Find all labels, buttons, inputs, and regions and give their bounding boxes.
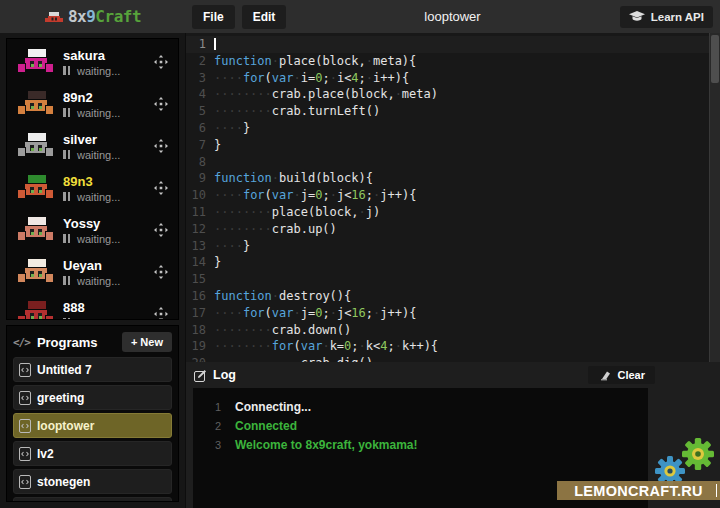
- program-item[interactable]: looptower: [13, 413, 172, 438]
- crab-status-text: waiting...: [77, 65, 120, 77]
- log-line-text: Welcome to 8x9craft, yokmama!: [235, 438, 418, 452]
- crab-row[interactable]: Yossy waiting...: [7, 209, 178, 251]
- menu-bar: File Edit looptower Learn API: [185, 0, 720, 33]
- crab-avatar: [17, 131, 55, 161]
- code-line[interactable]: 5········crab.turnLeft(): [186, 103, 720, 120]
- code-line[interactable]: 19········for(var·k=0;·k<4;·k++){: [186, 338, 720, 355]
- code-line[interactable]: 4········crab.place(block,·meta): [186, 86, 720, 103]
- crab-info: silver waiting...: [63, 132, 154, 161]
- code-line[interactable]: 8: [186, 154, 720, 171]
- program-item[interactable]: Untitled 7: [13, 357, 172, 382]
- programs-title: Programs: [37, 335, 122, 350]
- program-item[interactable]: greeting: [13, 385, 172, 410]
- log-pencil-icon: [194, 369, 207, 382]
- editor-scrollbar[interactable]: [709, 33, 720, 362]
- code-line[interactable]: 12········crab.up(): [186, 221, 720, 238]
- crab-status-text: waiting...: [77, 149, 120, 161]
- crab-eye: [38, 229, 42, 235]
- log-line: 1 Connecting...: [193, 397, 648, 416]
- program-label: greeting: [37, 391, 84, 405]
- file-menu-button[interactable]: File: [192, 5, 235, 29]
- code-lines: 12function·place(block,·meta){3····for(v…: [186, 36, 720, 362]
- crab-status: waiting...: [63, 317, 154, 321]
- move-target-icon[interactable]: [154, 265, 168, 279]
- scrollbar-thumb[interactable]: [711, 35, 719, 83]
- crab-status: waiting...: [63, 275, 154, 287]
- move-target-icon[interactable]: [154, 307, 168, 320]
- program-item[interactable]: lv2: [13, 441, 172, 466]
- top-bar: 8x9Craft File Edit looptower Learn API: [0, 0, 720, 33]
- clear-log-button[interactable]: Clear: [588, 366, 655, 384]
- code-line[interactable]: 7}: [186, 137, 720, 154]
- crab-eye: [30, 187, 34, 193]
- crab-row[interactable]: 89n3 waiting...: [7, 167, 178, 209]
- move-target-icon[interactable]: [154, 139, 168, 153]
- code-line[interactable]: 13····}: [186, 238, 720, 255]
- program-label: stonegen: [37, 475, 90, 489]
- crab-row[interactable]: 888 waiting...: [7, 293, 178, 320]
- new-program-button[interactable]: + New: [122, 332, 172, 352]
- code-line[interactable]: 6····}: [186, 120, 720, 137]
- text-cursor: [214, 38, 216, 50]
- crab-row[interactable]: Ueyan waiting...: [7, 251, 178, 293]
- code-line[interactable]: 14}: [186, 254, 720, 271]
- body: sakura waiting... 89n2 waiting...: [0, 33, 720, 508]
- move-target-icon[interactable]: [154, 97, 168, 111]
- sidebar: sakura waiting... 89n2 waiting...: [0, 33, 185, 508]
- move-target-icon[interactable]: [154, 181, 168, 195]
- programs-panel: </> Programs + New Untitled 7 greeting l…: [6, 325, 179, 502]
- crab-name: sakura: [63, 48, 154, 63]
- script-file-icon: [19, 419, 31, 433]
- crab-eye: [38, 313, 42, 319]
- crab-name: Ueyan: [63, 258, 154, 273]
- app-logo: 8x9Craft: [0, 0, 185, 33]
- code-line[interactable]: 17····for(var·j=0;·j<16;·j++){: [186, 305, 720, 322]
- crab-status-text: waiting...: [77, 275, 120, 287]
- program-item[interactable]: l v 2: [13, 497, 172, 502]
- learn-api-button[interactable]: Learn API: [620, 6, 713, 28]
- crab-list: sakura waiting... 89n2 waiting...: [6, 38, 179, 320]
- crab-info: 89n2 waiting...: [63, 90, 154, 119]
- crab-name: 89n2: [63, 90, 154, 105]
- crab-status: waiting...: [63, 107, 154, 119]
- code-line[interactable]: 9function·build(block){: [186, 170, 720, 187]
- code-line[interactable]: 1: [186, 36, 720, 53]
- eraser-icon: [598, 370, 611, 381]
- crab-status: waiting...: [63, 191, 154, 203]
- pause-icon: [63, 276, 72, 285]
- pause-icon: [63, 234, 72, 243]
- crab-eye: [30, 61, 34, 67]
- move-target-icon[interactable]: [154, 223, 168, 237]
- edit-menu-button[interactable]: Edit: [242, 5, 287, 29]
- crab-status: waiting...: [63, 233, 154, 245]
- log-line: 3 Welcome to 8x9craft, yokmama!: [193, 435, 648, 454]
- move-target-icon[interactable]: [154, 55, 168, 69]
- crab-row[interactable]: 89n2 waiting...: [7, 83, 178, 125]
- pause-icon: [63, 192, 72, 201]
- code-line[interactable]: 3····for(var·i=0;·i<4;·i++){: [186, 70, 720, 87]
- crab-avatar: [17, 299, 55, 320]
- code-editor[interactable]: 12function·place(block,·meta){3····for(v…: [186, 33, 720, 362]
- log-line: 2 Connected: [193, 416, 648, 435]
- pause-icon: [63, 66, 72, 75]
- app-window: 8x9Craft File Edit looptower Learn API: [0, 0, 720, 508]
- crab-name: Yossy: [63, 216, 154, 231]
- crab-row[interactable]: sakura waiting...: [7, 41, 178, 83]
- crab-avatar: [17, 257, 55, 287]
- watermark-text: LEMONCRAFT.RU: [574, 483, 703, 499]
- program-item[interactable]: stonegen: [13, 469, 172, 494]
- code-line[interactable]: 16function·destroy(){: [186, 288, 720, 305]
- crab-eye: [30, 103, 34, 109]
- crab-status: waiting...: [63, 149, 154, 161]
- code-line[interactable]: 2function·place(block,·meta){: [186, 53, 720, 70]
- watermark-caret: [716, 484, 718, 497]
- code-line[interactable]: 10····for(var·j=0;·j<16;·j++){: [186, 187, 720, 204]
- crab-row[interactable]: silver waiting...: [7, 125, 178, 167]
- crab-status-text: waiting...: [77, 107, 120, 119]
- code-line[interactable]: 11········place(block,·j): [186, 204, 720, 221]
- program-label: lv2: [37, 447, 54, 461]
- code-line[interactable]: 20············crab.dig(): [186, 355, 720, 362]
- code-line[interactable]: 15: [186, 271, 720, 288]
- crab-avatar: [17, 47, 55, 77]
- code-line[interactable]: 18········crab.down(): [186, 322, 720, 339]
